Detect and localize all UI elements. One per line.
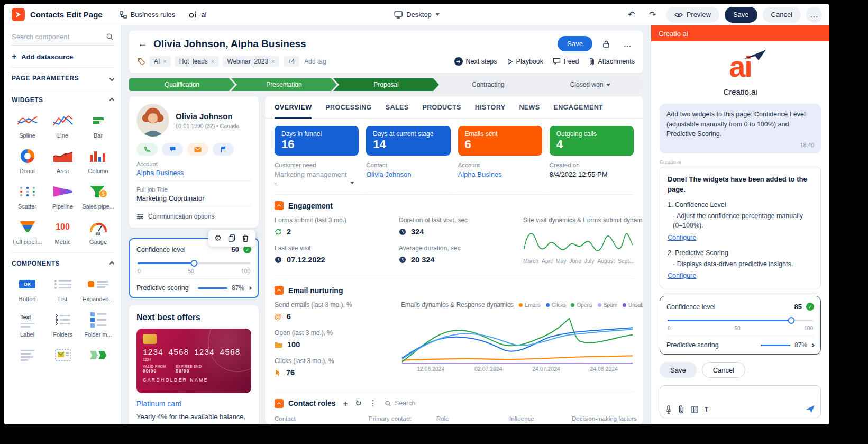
configure-link-1[interactable]: Configure [668, 233, 696, 243]
attachments-button[interactable]: Attachments [589, 58, 635, 66]
ai-cancel-button[interactable]: Cancel [702, 362, 745, 378]
widget-spline[interactable]: Spline [11, 113, 44, 139]
add-row-button[interactable]: + [343, 399, 348, 408]
component-folders[interactable]: Folders [46, 312, 79, 338]
confidence-widget-canvas[interactable]: ⚙ Confidence level 50 [129, 238, 259, 298]
more-menu-button[interactable]: … [806, 7, 822, 23]
tag-ai[interactable]: AI× [150, 56, 171, 67]
record-more-button[interactable]: … [620, 37, 635, 51]
search-input[interactable] [12, 33, 103, 41]
widget-area[interactable]: Area [46, 148, 79, 174]
tab-history[interactable]: HISTORY [475, 96, 506, 118]
component-expanded[interactable]: Expanded... [81, 276, 115, 302]
widget-pipeline[interactable]: Pipeline [46, 184, 79, 210]
contact-roles-header[interactable]: Contact roles [275, 399, 335, 408]
tab-sales[interactable]: SALES [386, 96, 409, 118]
stage-proposal[interactable]: Proposal [333, 78, 439, 91]
customer-need-field[interactable]: Customer need Marketing management - [275, 162, 359, 191]
lock-icon[interactable] [599, 37, 614, 51]
widget-metric[interactable]: 100 Metric [46, 219, 79, 245]
cancel-button[interactable]: Cancel [763, 7, 801, 23]
tag-hot-leads[interactable]: Hot_leads× [175, 56, 218, 67]
predictive-scoring-row[interactable]: Predictive scoring 87% [666, 336, 814, 349]
delete-icon[interactable] [242, 234, 249, 242]
record-save-button[interactable]: Save [558, 36, 592, 51]
tab-news[interactable]: NEWS [519, 96, 540, 118]
remove-tag-icon[interactable]: × [163, 58, 166, 65]
text-format-icon[interactable] [705, 406, 708, 413]
save-button[interactable]: Save [725, 7, 757, 23]
chat-button[interactable] [162, 143, 183, 156]
call-button[interactable] [136, 143, 158, 156]
remove-tag-icon[interactable]: × [211, 58, 214, 65]
ai-save-button[interactable]: Save [660, 362, 697, 378]
duplicate-icon[interactable] [228, 234, 235, 242]
widgets-section[interactable]: WIDGETS [11, 89, 115, 111]
email-button[interactable] [187, 143, 208, 156]
widget-bar[interactable]: Bar [81, 113, 115, 139]
tag-webinar-2023[interactable]: Webinar_2023× [223, 56, 279, 67]
back-icon[interactable]: ← [138, 38, 147, 49]
offer-link[interactable]: Platinum card [136, 400, 182, 408]
widget-full-pipeline[interactable]: Full pipeli... [11, 219, 44, 245]
widget-gauge[interactable]: 88 Gauge [81, 219, 115, 245]
add-datasource-button[interactable]: + Add datasource [11, 46, 115, 67]
slider-thumb[interactable] [788, 317, 794, 324]
configure-link-2[interactable]: Configure [668, 271, 696, 281]
engagement-header[interactable]: Engagement [275, 201, 634, 210]
metric-days-in-funnel[interactable]: Days in funnel16 [275, 126, 359, 156]
component-list[interactable]: List [46, 276, 79, 302]
confidence-slider[interactable] [668, 317, 813, 323]
business-rules-button[interactable]: Business rules [115, 8, 180, 21]
ai-button[interactable]: ai [185, 8, 211, 21]
confidence-slider[interactable] [138, 260, 250, 266]
component-partial-1[interactable] [11, 347, 44, 363]
contact-link[interactable]: Olivia Johnson [366, 170, 450, 178]
stage-presentation[interactable]: Presentation [231, 78, 337, 91]
stage-closed-won[interactable]: Closed won [537, 78, 643, 91]
stage-qualification[interactable]: Qualification [129, 78, 235, 91]
metric-days-at-stage[interactable]: Days at current stage14 [366, 126, 450, 156]
tab-overview[interactable]: OVERVIEW [275, 96, 312, 118]
widget-scatter[interactable]: Scatter [11, 184, 44, 210]
account-link[interactable]: Alpha Business [136, 169, 251, 181]
redo-button[interactable]: ↷ [645, 7, 661, 23]
tab-products[interactable]: PRODUCTS [422, 96, 461, 118]
feed-button[interactable]: Feed [553, 58, 579, 65]
tab-processing[interactable]: PROCESSING [325, 96, 371, 118]
widget-sales-pipeline[interactable]: $ Sales pipe... [81, 184, 115, 210]
kebab-menu-icon[interactable]: ⋮ [369, 398, 377, 408]
flag-button[interactable] [213, 143, 234, 156]
component-partial-2[interactable] [46, 347, 79, 363]
next-steps-button[interactable]: ➜Next steps [454, 57, 497, 66]
more-tags-badge[interactable]: +4 [284, 56, 299, 67]
playbook-button[interactable]: Playbook [507, 58, 543, 65]
page-parameters-section[interactable]: PAGE PARAMETERS [11, 67, 115, 89]
send-icon[interactable] [806, 405, 815, 413]
component-folder-manager[interactable]: Folder m... [81, 312, 115, 338]
tab-engagement[interactable]: ENGAGEMENT [554, 96, 604, 118]
paperclip-icon[interactable] [678, 405, 684, 414]
roles-search[interactable]: Search [385, 400, 416, 407]
slider-thumb[interactable] [190, 260, 197, 267]
component-partial-3[interactable] [81, 347, 115, 363]
components-section[interactable]: COMPONENTS [11, 252, 115, 274]
refresh-button[interactable]: ↻ [355, 398, 362, 408]
add-tag-button[interactable]: Add tag [304, 58, 326, 65]
communication-options[interactable]: Communication options [136, 213, 251, 220]
undo-button[interactable]: ↶ [624, 7, 639, 23]
stage-contracting[interactable]: Contracting [435, 78, 541, 91]
widget-line[interactable]: Line [46, 113, 79, 139]
account-link[interactable]: Alpha Busines [458, 170, 542, 178]
predictive-scoring-row[interactable]: Predictive scoring 87% [136, 278, 251, 292]
widget-column[interactable]: Column [81, 148, 115, 174]
settings-gear-icon[interactable]: ⚙ [215, 233, 222, 243]
device-selector[interactable]: Desktop [394, 11, 440, 19]
component-label[interactable]: Text Label [11, 312, 44, 338]
preview-button[interactable]: Preview [666, 7, 719, 23]
component-button[interactable]: OK Button [11, 276, 44, 302]
email-nurturing-header[interactable]: Email nurturing [275, 286, 634, 295]
metric-outgoing-calls[interactable]: Outgoing calls4 [550, 126, 634, 156]
microphone-icon[interactable] [665, 405, 672, 414]
table-icon[interactable] [691, 406, 698, 413]
